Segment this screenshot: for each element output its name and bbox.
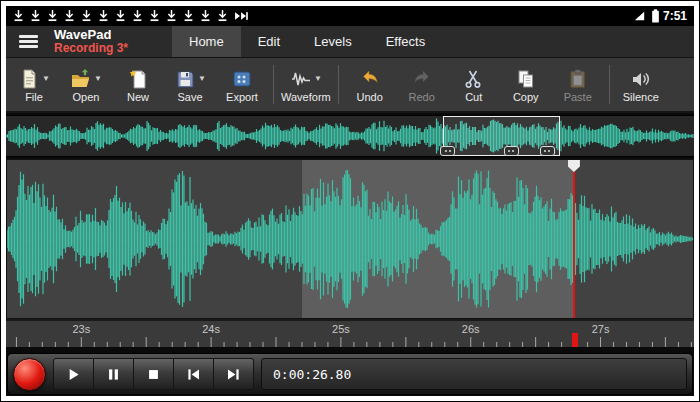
selection-handle[interactable] [440, 146, 455, 156]
tab-edit[interactable]: Edit [241, 26, 297, 57]
toolbar-icon-row [231, 66, 253, 91]
cut-button[interactable]: Cut [450, 66, 498, 103]
file-icon [18, 68, 40, 90]
hamburger-icon [19, 32, 38, 50]
status-clock: 7:51 [663, 9, 687, 23]
download-icon [132, 9, 143, 23]
toolbar-button-label: Open [73, 91, 100, 103]
export-button[interactable]: Export [218, 66, 266, 103]
toolbar-button-label: Redo [409, 91, 435, 103]
undo-icon [359, 68, 381, 90]
download-icon [64, 9, 75, 23]
new-button[interactable]: New [114, 66, 162, 103]
save-button[interactable]: ▼Save [166, 66, 214, 103]
ruler-ticks [6, 336, 694, 347]
battery-icon [650, 9, 661, 23]
download-icon [47, 9, 58, 23]
document-title: Recording 3* [54, 42, 172, 55]
redo-button[interactable]: Redo [398, 66, 446, 103]
tab-home[interactable]: Home [172, 26, 241, 57]
play-button[interactable] [53, 358, 94, 390]
main-waveform-view[interactable] [6, 159, 694, 319]
transport-button-strip [53, 358, 254, 390]
download-icon [183, 9, 194, 23]
menu-button[interactable] [6, 26, 50, 57]
stop-icon [145, 366, 162, 383]
ruler-label: 25s [332, 323, 350, 335]
record-button[interactable] [13, 358, 46, 391]
tab-effects[interactable]: Effects [369, 26, 443, 57]
wifi-icon [634, 9, 645, 23]
toolbar-icon-row: ▼ [18, 66, 50, 91]
app-header: WavePad Recording 3* HomeEditLevelsEffec… [6, 26, 694, 58]
toolbar-button-label: Export [226, 91, 258, 103]
wavepad-app: 7:51 WavePad Recording 3* HomeEditLevels… [6, 6, 694, 396]
transport-bar: 0:00:26.80 [7, 353, 693, 395]
toolbar-button-label: Paste [564, 91, 592, 103]
stop-button[interactable] [134, 358, 174, 390]
copy-button[interactable]: Copy [502, 66, 550, 103]
dropdown-arrow-icon: ▼ [42, 75, 50, 83]
paste-button[interactable]: Paste [554, 66, 602, 103]
waveform-button[interactable]: ▼Waveform [281, 66, 331, 103]
toolbar-icon-row [359, 66, 381, 91]
pause-icon [105, 366, 122, 383]
toolbar-divider [609, 65, 610, 104]
overview-strip[interactable] [6, 115, 694, 157]
download-icon [30, 9, 41, 23]
dropdown-arrow-icon: ▼ [198, 75, 206, 83]
new-icon [127, 68, 149, 90]
toolbar-icon-row [567, 66, 589, 91]
toolbar-divider [338, 65, 339, 104]
play-icon [65, 366, 82, 383]
toolbar: ▼File▼OpenNew▼SaveExport▼WaveformUndoRed… [6, 58, 694, 113]
file-button[interactable]: ▼File [10, 66, 58, 103]
ruler-label: 23s [72, 323, 90, 335]
export-icon [231, 68, 253, 90]
toolbar-button-label: Cut [465, 91, 482, 103]
download-icon [217, 9, 228, 23]
app-title: WavePad [54, 28, 172, 42]
overview-waveform-svg [6, 116, 694, 156]
skip-start-icon [185, 366, 202, 383]
toolbar-icon-row [463, 66, 485, 91]
dropdown-arrow-icon: ▼ [94, 75, 102, 83]
toolbar-icon-row: ▼ [70, 66, 102, 91]
playhead-marker[interactable] [572, 333, 578, 347]
save-icon [174, 68, 196, 90]
status-right-icons [634, 9, 661, 23]
silence-button[interactable]: Silence [617, 66, 665, 103]
screenshot-frame: 7:51 WavePad Recording 3* HomeEditLevels… [0, 0, 700, 402]
toolbar-button-label: New [127, 91, 149, 103]
skip-start-button[interactable] [174, 358, 214, 390]
selection-handle[interactable] [504, 146, 519, 156]
cut-icon [463, 68, 485, 90]
selection-handle[interactable] [540, 146, 555, 156]
media-skip-icon [234, 9, 249, 23]
tab-levels[interactable]: Levels [297, 26, 369, 57]
pause-button[interactable] [94, 358, 134, 390]
toolbar-button-label: Copy [513, 91, 539, 103]
undo-button[interactable]: Undo [346, 66, 394, 103]
waveform-icon [290, 68, 312, 90]
timeline-ruler[interactable]: 23s24s25s26s27s [6, 319, 694, 347]
toolbar-button-label: Silence [623, 91, 659, 103]
skip-end-button[interactable] [214, 358, 254, 390]
ruler-label: 27s [592, 323, 610, 335]
toolbar-icon-row [411, 66, 433, 91]
copy-icon [515, 68, 537, 90]
main-waveform-svg [7, 160, 693, 318]
toolbar-button-label: Waveform [281, 91, 331, 103]
open-button[interactable]: ▼Open [62, 66, 110, 103]
toolbar-icon-row: ▼ [174, 66, 206, 91]
playback-cursor[interactable] [573, 160, 575, 318]
ruler-label: 24s [202, 323, 220, 335]
silence-icon [630, 68, 652, 90]
download-icon [115, 9, 126, 23]
toolbar-icon-row: ▼ [290, 66, 322, 91]
paste-icon [567, 68, 589, 90]
toolbar-button-label: File [25, 91, 43, 103]
ruler-label: 26s [462, 323, 480, 335]
title-block: WavePad Recording 3* [50, 26, 172, 57]
open-icon [70, 68, 92, 90]
